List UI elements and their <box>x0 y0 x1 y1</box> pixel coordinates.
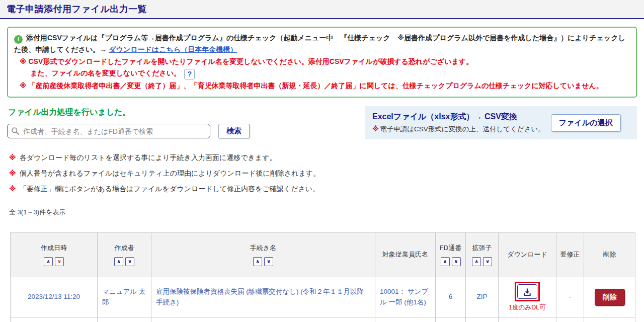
col-label: 要修正 <box>557 250 583 260</box>
cell-delete: 削除 <box>584 277 635 317</box>
col-label: 対象従業員氏名 <box>376 250 434 260</box>
notice-lead-text: 添付用CSVファイルは『プログラム等→届書作成プログラム』の仕様チェック（起動メ… <box>14 34 625 53</box>
download-caption: 1度のみDL可 <box>503 303 551 312</box>
note-text: 個人番号が含まれるファイルはセキュリティ上の理由によりダウンロード後に削除されま… <box>20 169 320 177</box>
col-label: 拡張子 <box>467 244 497 253</box>
cell-created-at: 2023/12/13 11:20 <box>11 277 98 317</box>
file-output-table: 作成日時 ∧∨ 作成者 ∧∨ 手続き名 ∧∨ 対象従業員氏名 <box>10 232 635 322</box>
excel-panel-note: ※電子申請はCSV形式に変換の上、送付してください。 <box>372 125 545 134</box>
table-row-clipped <box>11 317 635 322</box>
col-label: 手続き名 <box>152 244 374 253</box>
search-input[interactable] <box>7 124 210 138</box>
download-button[interactable] <box>517 284 537 299</box>
empty-cell <box>11 317 98 322</box>
page-title: 電子申請添付用ファイル出力一覧 <box>7 3 147 15</box>
col-label: 作成日時 <box>12 244 96 253</box>
note-text: 各ダウンロード毎のリストを選択する事により手続き入力画面に遷移できます。 <box>20 153 277 162</box>
download-here-link[interactable]: ダウンロードはこちら（日本年金機構） <box>109 45 237 53</box>
search-icon <box>11 127 20 135</box>
notice-warning-1: ※ CSV形式でダウンロードしたファイルを開いたりファイル名を変更しないでくださ… <box>20 56 630 67</box>
table-row[interactable]: 2023/12/13 11:20 マニュアル 太郎 雇用保険被保険者資格喪失届 … <box>11 277 635 317</box>
note-text: 「要修正」欄にボタンがある場合はファイルをダウンロードして修正内容をご確認くださ… <box>20 185 320 193</box>
col-label: 作成者 <box>99 244 150 253</box>
sort-desc-button[interactable]: ∨ <box>125 257 134 266</box>
note-line: ※個人番号が含まれるファイルはセキュリティ上の理由によりダウンロード後に削除され… <box>9 169 637 178</box>
search-row: 検索 <box>7 124 250 138</box>
col-header-download: ダウンロード <box>499 233 556 277</box>
empty-cell <box>375 317 436 322</box>
col-header-created-at: 作成日時 ∧∨ <box>11 233 98 277</box>
cell-extension: ZIP <box>466 277 499 317</box>
sort-desc-button[interactable]: ∨ <box>264 257 273 266</box>
status-message: ファイル出力処理を行いました。 <box>8 107 250 118</box>
col-label: FD通番 <box>437 244 464 253</box>
download-icon <box>522 287 533 297</box>
procedure-link[interactable]: 雇用保険被保険者資格喪失届 (離職票交付なし) (令和２年１１月以降手続き) <box>156 288 364 305</box>
empty-cell <box>584 317 635 322</box>
empty-cell <box>466 317 499 322</box>
sort-desc-button[interactable]: ∨ <box>483 257 492 266</box>
col-header-extension: 拡張子 ∧∨ <box>466 233 499 277</box>
page-header: 電子申請添付用ファイル出力一覧 <box>0 0 644 19</box>
notice-lead: !添付用CSVファイルは『プログラム等→届書作成プログラム』の仕様チェック（起動… <box>14 32 630 55</box>
col-header-employee: 対象従業員氏名 <box>375 233 436 277</box>
excel-panel-text: Excelファイル（xlsx形式）→ CSV変換 ※電子申請はCSV形式に変換の… <box>372 112 545 134</box>
cell-creator: マニュアル 太郎 <box>98 277 151 317</box>
col-label: 削除 <box>585 250 634 260</box>
col-header-delete: 削除 <box>584 233 635 277</box>
col-header-creator: 作成者 ∧∨ <box>98 233 151 277</box>
note-line: ※「要修正」欄にボタンがある場合はファイルをダウンロードして修正内容をご確認くだ… <box>9 185 637 194</box>
search-input-wrap <box>7 124 210 138</box>
sort-asc-button[interactable]: ∧ <box>114 257 123 266</box>
table-header-row: 作成日時 ∧∨ 作成者 ∧∨ 手続き名 ∧∨ 対象従業員氏名 <box>11 233 635 277</box>
file-select-button[interactable]: ファイルの選択 <box>551 114 621 132</box>
note-mark: ※ <box>9 169 16 177</box>
notes-section: ※各ダウンロード毎のリストを選択する事により手続き入力画面に遷移できます。 ※個… <box>9 153 637 194</box>
notice-warning-3: ※ 「産前産後休業取得者申出書／変更（終了）届」、「育児休業等取得者申出書（新規… <box>20 80 630 92</box>
cell-fd-number: 6 <box>436 277 466 317</box>
excel-csv-panel: Excelファイル（xlsx形式）→ CSV変換 ※電子申請はCSV形式に変換の… <box>365 106 637 139</box>
cell-employee: 10001： サンプル 一郎 (他1名) <box>375 277 436 317</box>
note-mark: ※ <box>9 185 16 193</box>
download-highlight-outline <box>515 282 540 301</box>
excel-panel-title: Excelファイル（xlsx形式）→ CSV変換 <box>372 112 545 122</box>
empty-cell <box>98 317 151 322</box>
result-count: 全 3(1～3)件を表示 <box>9 208 644 217</box>
sort-asc-button[interactable]: ∧ <box>441 257 450 266</box>
sort-asc-button[interactable]: ∧ <box>44 257 53 266</box>
notice-warning-2: また、ファイルの名を変更しないでください。? <box>30 67 630 79</box>
sort-desc-button[interactable]: ∨ <box>452 257 461 266</box>
cell-procedure: 雇用保険被保険者資格喪失届 (離職票交付なし) (令和２年１１月以降手続き) <box>151 277 375 317</box>
col-header-procedure: 手続き名 ∧∨ <box>151 233 375 277</box>
info-icon: ! <box>14 35 23 44</box>
sort-desc-button[interactable]: ∨ <box>55 257 64 266</box>
excel-note-mark: ※ <box>372 125 379 133</box>
sort-asc-button[interactable]: ∧ <box>253 257 262 266</box>
col-label: ダウンロード <box>500 250 555 260</box>
help-button[interactable]: ? <box>184 69 195 79</box>
note-mark: ※ <box>9 153 16 162</box>
notice-warning-2-text: また、ファイルの名を変更しないでください。 <box>30 69 181 77</box>
sort-asc-button[interactable]: ∧ <box>472 257 481 266</box>
search-button[interactable]: 検索 <box>218 124 250 138</box>
note-line: ※各ダウンロード毎のリストを選択する事により手続き入力画面に遷移できます。 <box>9 153 637 163</box>
col-header-needs-fix: 要修正 <box>556 233 584 277</box>
col-header-fd-number: FD通番 ∧∨ <box>436 233 466 277</box>
delete-button[interactable]: 削除 <box>595 289 625 306</box>
cell-download: 1度のみDL可 <box>499 277 556 317</box>
empty-cell <box>151 317 375 322</box>
empty-cell <box>556 317 584 322</box>
notice-box: !添付用CSVファイルは『プログラム等→届書作成プログラム』の仕様チェック（起動… <box>7 27 637 98</box>
empty-cell <box>499 317 556 322</box>
search-section: ファイル出力処理を行いました。 検索 <box>7 106 250 138</box>
empty-cell <box>436 317 466 322</box>
cell-needs-fix: - <box>556 277 584 317</box>
excel-note-text: 電子申請はCSV形式に変換の上、送付してください。 <box>380 125 545 133</box>
mid-section: ファイル出力処理を行いました。 検索 Excelファイル（xlsx形式）→ CS… <box>7 106 637 139</box>
